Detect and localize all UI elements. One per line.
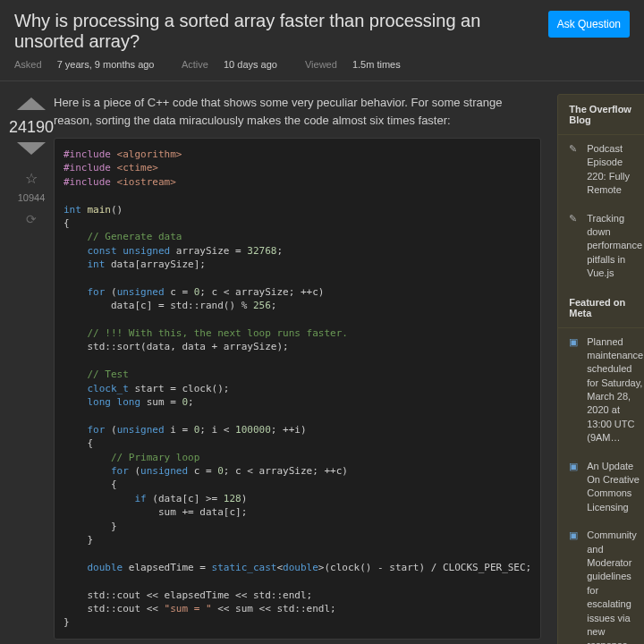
meta-item[interactable]: ▣Planned maintenance scheduled for Satur…	[558, 328, 644, 453]
overflow-blog-box: The Overflow Blog ✎Podcast Episode 220: …	[557, 94, 644, 644]
code-block-cpp: #include <algorithm> #include <ctime> #i…	[54, 138, 541, 640]
blog-item[interactable]: ✎Tracking down performance pitfalls in V…	[558, 205, 644, 288]
post-intro: Here is a piece of C++ code that shows s…	[54, 94, 541, 129]
bookmark-count: 10944	[9, 192, 54, 203]
vote-score: 24190	[9, 118, 54, 137]
meta-icon: ▣	[569, 529, 580, 644]
pencil-icon: ✎	[569, 142, 580, 198]
pencil-icon: ✎	[569, 212, 580, 281]
history-icon[interactable]: ⟳	[9, 212, 54, 226]
meta-item[interactable]: ▣Community and Moderator guidelines for …	[558, 521, 644, 644]
meta-icon: ▣	[569, 335, 580, 445]
question-meta: Asked 7 years, 9 months ago Active 10 da…	[14, 59, 630, 70]
upvote-button[interactable]	[9, 94, 54, 114]
question-title: Why is processing a sorted array faster …	[14, 11, 548, 52]
ask-question-button[interactable]: Ask Question	[548, 11, 630, 38]
bookmark-button[interactable]: ☆	[9, 170, 54, 187]
meta-item[interactable]: ▣An Update On Creative Commons Licensing	[558, 453, 644, 522]
blog-item[interactable]: ✎Podcast Episode 220: Fully Remote	[558, 135, 644, 205]
meta-icon: ▣	[569, 460, 580, 515]
downvote-button[interactable]	[9, 140, 54, 161]
